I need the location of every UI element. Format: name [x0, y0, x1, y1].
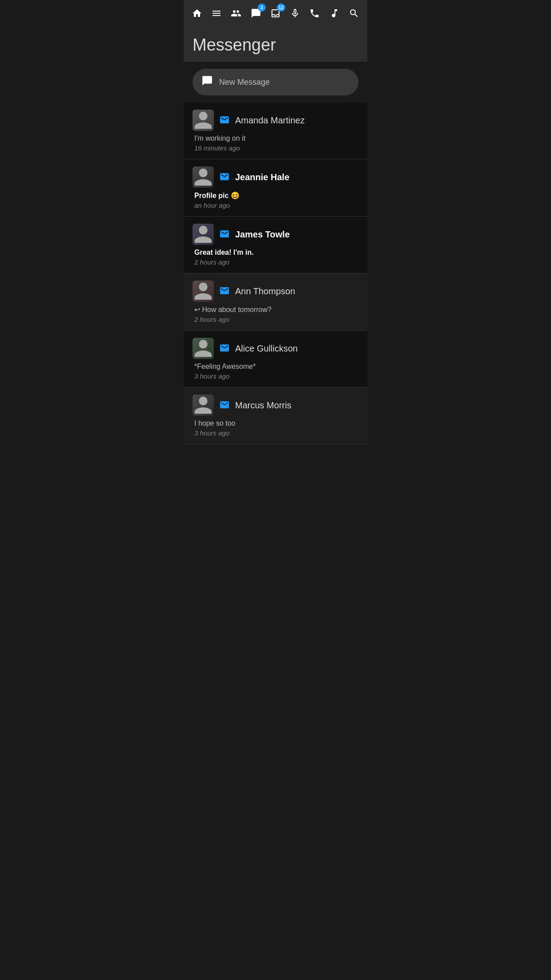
message-preview: Profile pic 😆 — [193, 191, 358, 200]
message-header: Amanda Martinez — [193, 110, 358, 131]
message-time: 2 hours ago — [193, 316, 358, 323]
inbox-badge: 12 — [277, 4, 285, 12]
avatar — [193, 338, 214, 359]
conversation-item[interactable]: Jeannie Hale Profile pic 😆 an hour ago — [184, 159, 367, 217]
message-time: an hour ago — [193, 202, 358, 209]
mail-icon — [219, 285, 230, 297]
conversations-list: Amanda Martinez I'm working on it 16 min… — [184, 103, 367, 444]
message-header: Marcus Morris — [193, 395, 358, 416]
message-preview: I hope so too — [193, 419, 358, 427]
new-message-label: New Message — [219, 78, 270, 87]
conversation-item[interactable]: James Towle Great idea! I'm in. 2 hours … — [184, 217, 367, 273]
message-preview: ↩ How about tomorrow? — [193, 305, 358, 314]
avatar — [193, 281, 214, 302]
message-time: 2 hours ago — [193, 258, 358, 266]
message-header: Alice Gullickson — [193, 338, 358, 359]
top-navigation: 3 12 — [184, 0, 367, 27]
mail-icon — [219, 171, 230, 183]
microphone-icon[interactable] — [287, 5, 303, 21]
message-preview: I'm working on it — [193, 134, 358, 142]
message-time: 3 hours ago — [193, 429, 358, 437]
contact-name: Ann Thompson — [235, 286, 295, 296]
message-header: Jeannie Hale — [193, 166, 358, 188]
message-preview: Great idea! I'm in. — [193, 249, 358, 257]
mail-icon — [219, 399, 230, 411]
conversation-item[interactable]: Marcus Morris I hope so too 3 hours ago — [184, 387, 367, 444]
contact-name: Amanda Martinez — [235, 115, 305, 126]
message-header: Ann Thompson — [193, 281, 358, 302]
message-time: 3 hours ago — [193, 372, 358, 380]
contact-name: Alice Gullickson — [235, 344, 298, 354]
contact-name: Jeannie Hale — [235, 172, 289, 182]
inbox-icon[interactable]: 12 — [268, 5, 283, 21]
mail-icon — [219, 115, 230, 126]
conversation-item[interactable]: Amanda Martinez I'm working on it 16 min… — [184, 103, 367, 159]
conversation-item[interactable]: Ann Thompson ↩ How about tomorrow? 2 hou… — [184, 273, 367, 331]
mail-icon — [219, 343, 230, 354]
phone-icon[interactable] — [307, 5, 323, 21]
conversation-item[interactable]: Alice Gullickson *Feeling Awesome* 3 hou… — [184, 331, 367, 387]
avatar — [193, 224, 214, 245]
menu-icon[interactable] — [209, 5, 224, 21]
message-header: James Towle — [193, 224, 358, 245]
new-message-button[interactable]: New Message — [193, 69, 358, 95]
avatar — [193, 166, 214, 188]
page-title: Messenger — [193, 36, 358, 55]
messages-badge: 3 — [258, 4, 266, 12]
mail-icon — [219, 229, 230, 240]
home-icon[interactable] — [189, 5, 205, 21]
message-preview: *Feeling Awesome* — [193, 363, 358, 371]
search-icon[interactable] — [346, 5, 362, 21]
message-time: 16 minutes ago — [193, 144, 358, 152]
avatar — [193, 110, 214, 131]
page-title-section: Messenger — [184, 27, 367, 62]
avatar — [193, 395, 214, 416]
contact-name: Marcus Morris — [235, 400, 291, 411]
new-message-icon — [201, 75, 213, 89]
music-icon[interactable] — [327, 5, 342, 21]
messages-icon[interactable]: 3 — [248, 5, 264, 21]
contacts-icon[interactable] — [228, 5, 244, 21]
contact-name: James Towle — [235, 229, 290, 240]
